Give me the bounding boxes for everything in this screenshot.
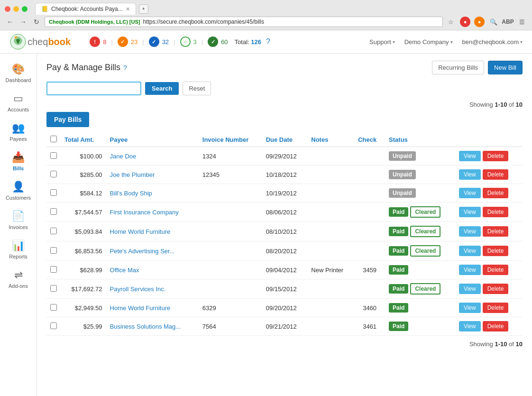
table-row: $7,544.57First Insurance Company08/06/20…: [46, 203, 523, 222]
support-nav[interactable]: Support ▾: [369, 38, 395, 46]
new-tab-button[interactable]: +: [139, 4, 148, 14]
demo-dropdown-arrow: ▾: [450, 39, 453, 45]
recurring-bills-button[interactable]: Recurring Bills: [432, 61, 484, 74]
payee-7[interactable]: Office Max: [106, 261, 199, 279]
row-checkbox-9[interactable]: [50, 304, 57, 311]
view-button-4[interactable]: View: [459, 207, 481, 217]
payee-8[interactable]: Payroll Services Inc.: [106, 279, 199, 299]
count-red[interactable]: 8: [103, 38, 106, 46]
extension-icon3[interactable]: ABP: [503, 17, 513, 27]
delete-button-5[interactable]: Delete: [483, 226, 509, 237]
sidebar-item-bills[interactable]: 📥 Bills: [0, 147, 37, 176]
delete-button-4[interactable]: Delete: [483, 207, 509, 217]
payee-link-4[interactable]: First Insurance Company: [110, 209, 179, 216]
search-input[interactable]: [46, 82, 141, 95]
browser-tab[interactable]: 📒 Cheqbook: Accounts Paya... ✕: [35, 3, 136, 15]
payee-5[interactable]: Home World Furniture: [106, 222, 199, 241]
payee-3[interactable]: Bill's Body Ship: [106, 184, 199, 203]
url-bar[interactable]: Cheqbook (DDM Holdings, LLC) [US] https:…: [45, 17, 443, 27]
sidebar-item-addons[interactable]: ⇌ Add-ons: [0, 264, 37, 294]
delete-button-8[interactable]: Delete: [483, 284, 509, 294]
view-button-7[interactable]: View: [459, 265, 481, 275]
reload-button[interactable]: ↻: [31, 17, 42, 27]
payee-9[interactable]: Home World Furniture: [106, 299, 199, 317]
pay-bills-button[interactable]: Pay Bills: [46, 112, 89, 127]
sidebar-item-accounts[interactable]: ▭ Accounts: [0, 88, 37, 117]
invoice-3: [199, 184, 262, 203]
sidebar-item-customers[interactable]: 👤 Customers: [0, 176, 37, 205]
sidebar-item-payees[interactable]: 👥 Payees: [0, 117, 37, 147]
view-button-3[interactable]: View: [459, 188, 481, 198]
view-button-10[interactable]: View: [459, 321, 481, 332]
sidebar-item-dashboard[interactable]: 🎨 Dashboard: [0, 58, 37, 88]
payee-link-1[interactable]: Jane Doe: [110, 153, 137, 160]
sidebar-item-invoices[interactable]: 📄 Invoices: [0, 205, 37, 235]
row-checkbox-5[interactable]: [50, 228, 57, 234]
search-button[interactable]: Search: [145, 82, 179, 95]
row-checkbox-3[interactable]: [50, 189, 57, 196]
user-email-nav[interactable]: ben@cheqbook.com ▾: [462, 38, 523, 46]
view-button-9[interactable]: View: [459, 303, 481, 313]
due-date-10: 09/21/2012: [262, 317, 308, 336]
select-all-checkbox[interactable]: [50, 136, 57, 142]
new-bill-button[interactable]: New Bill: [488, 61, 523, 74]
view-button-2[interactable]: View: [459, 169, 481, 180]
star-icon[interactable]: ☆: [446, 17, 456, 27]
demo-company-nav[interactable]: Demo Company ▾: [404, 38, 453, 46]
view-button-1[interactable]: View: [459, 151, 481, 161]
payee-link-3[interactable]: Bill's Body Ship: [110, 190, 152, 197]
payee-link-9[interactable]: Home World Furniture: [110, 304, 171, 312]
extension-icon2[interactable]: ●: [474, 17, 485, 27]
extension-icon1[interactable]: ●: [460, 17, 470, 27]
row-checkbox-6[interactable]: [50, 247, 57, 254]
main-content: Pay & Manage Bills ? Recurring Bills New…: [37, 54, 532, 396]
count-blue[interactable]: 32: [162, 38, 169, 46]
help-icon[interactable]: ?: [266, 37, 270, 46]
dot-green[interactable]: [22, 6, 28, 12]
delete-button-6[interactable]: Delete: [483, 246, 509, 256]
tab-close-icon[interactable]: ✕: [126, 6, 130, 12]
reset-button[interactable]: Reset: [183, 82, 211, 95]
amount-8: $17,692.72: [61, 279, 106, 299]
payee-2[interactable]: Joe the Plumber: [106, 166, 199, 184]
forward-button[interactable]: →: [18, 17, 28, 27]
count-green[interactable]: 60: [221, 38, 228, 46]
delete-button-7[interactable]: Delete: [483, 265, 509, 275]
sidebar-item-reports[interactable]: 📊 Reports: [0, 235, 37, 264]
count-orange[interactable]: 23: [131, 38, 138, 46]
view-button-6[interactable]: View: [459, 246, 481, 256]
payee-4[interactable]: First Insurance Company: [106, 203, 199, 222]
row-checkbox-8[interactable]: [50, 285, 57, 292]
payee-link-7[interactable]: Office Max: [110, 267, 139, 274]
row-checkbox-7[interactable]: [50, 266, 57, 273]
total-count-link[interactable]: 126: [251, 38, 261, 46]
view-button-8[interactable]: View: [459, 284, 481, 294]
count-outline[interactable]: 3: [193, 38, 197, 46]
dot-yellow[interactable]: [13, 6, 19, 12]
search-icon[interactable]: 🔍: [488, 17, 499, 27]
payee-10[interactable]: Business Solutions Mag...: [106, 317, 199, 336]
delete-button-3[interactable]: Delete: [483, 188, 509, 198]
row-checkbox-1[interactable]: [50, 152, 57, 159]
payee-6[interactable]: Pete's Advertising Ser...: [106, 241, 199, 261]
row-checkbox-4[interactable]: [50, 208, 57, 215]
dot-red[interactable]: [5, 6, 10, 12]
payee-link-10[interactable]: Business Solutions Mag...: [110, 323, 181, 330]
payee-link-2[interactable]: Joe the Plumber: [110, 171, 155, 178]
page-title-help-icon[interactable]: ?: [123, 64, 127, 72]
delete-button-9[interactable]: Delete: [483, 303, 509, 313]
payee-link-8[interactable]: Payroll Services Inc.: [110, 285, 166, 293]
row-checkbox-10[interactable]: [50, 322, 57, 329]
delete-button-1[interactable]: Delete: [483, 151, 509, 161]
payee-link-5[interactable]: Home World Furniture: [110, 228, 171, 235]
delete-button-10[interactable]: Delete: [483, 321, 509, 332]
row-checkbox-2[interactable]: [50, 171, 57, 177]
menu-icon[interactable]: ☰: [517, 17, 527, 27]
payee-link-6[interactable]: Pete's Advertising Ser...: [110, 248, 175, 255]
payee-1[interactable]: Jane Doe: [106, 147, 199, 166]
table-row: $5,093.84Home World Furniture08/10/2012P…: [46, 222, 523, 241]
back-button[interactable]: ←: [5, 17, 15, 27]
view-button-5[interactable]: View: [459, 226, 481, 237]
page-title-container: Pay & Manage Bills ?: [46, 63, 127, 73]
delete-button-2[interactable]: Delete: [483, 169, 509, 180]
